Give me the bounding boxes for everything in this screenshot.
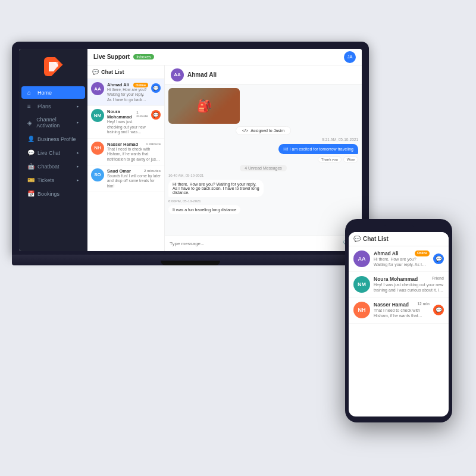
channel-icon: ◈ [27, 120, 33, 126]
contact-avatar: AA [171, 68, 184, 82]
chat-icon: 💬 [92, 69, 99, 75]
chat-item-3[interactable]: SO Saud Omar 2 minutes Sounds fun! I wil… [87, 165, 164, 192]
chat-list-title: Chat List [101, 69, 124, 75]
phone-chat-header: 💬 Chat List [349, 232, 449, 246]
phone-msg-icon-2: 💬 [433, 305, 444, 315]
logo-area [19, 55, 87, 79]
laptop-bezel: ⌂ Home ≡ Plans ▸ ◈ Channel Activation ▸ [12, 42, 369, 255]
sidebar-item-chatboat[interactable]: 🤖 Chatboat ▸ [21, 160, 85, 173]
chat-info-2: Nasser Hamad 1 minute That I need to che… [107, 142, 161, 162]
chat-item-1[interactable]: NM Noura Mohammad 1 minute Hey! I was ju… [87, 106, 164, 138]
chat-messages: </> Assigned to Jasim 9:21 AM, 05-10-202… [165, 84, 362, 236]
chat-header: AA Ahmad Ali [165, 65, 362, 84]
sidebar-item-plans[interactable]: ≡ Plans ▸ [21, 100, 85, 112]
phone-chat-preview-0: Hi there, How are you? Waiting for your … [374, 256, 430, 267]
logo-icon [44, 57, 63, 76]
sidebar: ⌂ Home ≡ Plans ▸ ◈ Channel Activation ▸ [19, 49, 87, 251]
phone-screen: 💬 Chat List AA Ahmad Ali Online Hi there… [349, 232, 449, 416]
unread-divider: 4 Unread Messages [240, 165, 287, 171]
tickets-icon: 🎫 [27, 177, 35, 183]
chatboat-arrow: ▸ [77, 164, 79, 169]
sidebar-item-bookings[interactable]: 📅 Bookings [21, 187, 85, 200]
sidebar-item-channel-label: Channel Activation [36, 117, 74, 129]
livechat-icon: 💬 [27, 149, 35, 156]
sidebar-item-tickets-label: Tickets [37, 177, 54, 183]
app-header: Live Support Inboxes JA [87, 49, 362, 65]
msg-bubble-white-1: Hi there, How are you? Waiting for your … [168, 180, 264, 197]
inbox-badge[interactable]: Inboxes [133, 54, 154, 60]
phone-chat-list: AA Ahmad Ali Online Hi there, How are yo… [349, 246, 449, 416]
chat-item-0[interactable]: AA Ahmad Ali Online Hi there, How are yo… [87, 79, 164, 106]
phone-chat-info-0: Ahmad Ali Online Hi there, How are you? … [374, 250, 430, 267]
phone-status-0: Online [415, 250, 430, 256]
main-chat: AA Ahmad Ali </> Assigned to Jasim [165, 65, 362, 251]
plans-icon: ≡ [27, 103, 35, 109]
msg-icon-1: 💬 [151, 110, 161, 120]
chat-preview-2: That I need to check with Hisham, if he … [107, 147, 161, 162]
chatboat-icon: 🤖 [27, 163, 35, 170]
chat-item-2[interactable]: NH Nasser Hamad 1 minute That I need to … [87, 139, 164, 165]
sidebar-item-livechat-label: Live Chat [37, 150, 60, 156]
phone-chat-icon: 💬 [353, 236, 361, 242]
phone-chat-preview-1: Hey! I was just checking out your new tr… [374, 282, 444, 293]
laptop: ⌂ Home ≡ Plans ▸ ◈ Channel Activation ▸ [12, 42, 369, 265]
tickets-arrow: ▸ [77, 178, 79, 183]
business-icon: 👤 [27, 136, 35, 142]
msg-image [168, 88, 240, 124]
sidebar-item-home[interactable]: ⌂ Home [21, 86, 85, 99]
plans-arrow: ▸ [77, 104, 79, 109]
msg-reactions: Thank you Wow [318, 156, 358, 162]
sidebar-item-channel[interactable]: ◈ Channel Activation ▸ [21, 114, 85, 131]
msg-bubble-blue: Hi! I am excited for tomorrow traveling [278, 144, 358, 154]
channel-arrow: ▸ [77, 120, 79, 125]
phone-msg-icon-0: 💬 [433, 253, 444, 264]
phone-chat-item-2[interactable]: NH Nasser Hamad 12 min That I need to ch… [349, 298, 449, 323]
timestamp-3: 6:00PM, 05-10-2021 [168, 199, 201, 203]
phone-chat-name-0: Ahmad Ali Online [374, 250, 430, 256]
phone-avatar-0: AA [353, 250, 370, 267]
reaction-thank-you[interactable]: Thank you [318, 156, 342, 162]
reaction-wow[interactable]: Wow [343, 156, 358, 162]
msg-icon-0: 💬 [151, 83, 161, 93]
chat-preview-3: Sounds fun! I will come by later and dro… [107, 174, 161, 189]
avatar-nasser: NH [91, 142, 104, 155]
header-avatar: JA [344, 51, 356, 63]
home-icon: ⌂ [27, 89, 35, 96]
chat-list-panel: 💬 Chat List AA Ahmad Ali Online [87, 65, 165, 251]
sidebar-item-business[interactable]: 👤 Business Profile [21, 133, 85, 145]
chat-name-2: Nasser Hamad 1 minute [107, 142, 161, 147]
live-support-title: Live Support [93, 54, 130, 60]
avatar-saud: SO [91, 168, 104, 181]
chat-name-3: Saud Omar 2 minutes [107, 168, 161, 174]
sidebar-item-business-label: Business Profile [37, 136, 76, 142]
sidebar-item-tickets[interactable]: 🎫 Tickets ▸ [21, 174, 85, 186]
phone: 💬 Chat List AA Ahmad Ali Online Hi there… [345, 219, 452, 422]
chat-input[interactable] [170, 241, 340, 246]
app-content: Live Support Inboxes JA 💬 Chat List [87, 49, 362, 251]
phone-chat-info-1: Noura Mohammad Friend Hey! I was just ch… [374, 276, 444, 293]
chat-list-header: 💬 Chat List [87, 65, 164, 79]
livechat-arrow: ▸ [77, 151, 79, 155]
laptop-base [12, 255, 369, 265]
phone-chat-name-2: Nasser Hamad 12 min [374, 302, 430, 308]
phone-chat-info-2: Nasser Hamad 12 min That I need to check… [374, 302, 430, 318]
phone-chat-item-1[interactable]: NM Noura Mohammad Friend Hey! I was just… [349, 272, 449, 298]
phone-chat-item-0[interactable]: AA Ahmad Ali Online Hi there, How are yo… [349, 246, 449, 272]
sidebar-item-livechat[interactable]: 💬 Live Chat ▸ [21, 146, 85, 159]
assigned-banner: </> Assigned to Jasim [236, 126, 291, 135]
bookings-icon: 📅 [27, 190, 35, 197]
sidebar-item-plans-label: Plans [37, 104, 51, 109]
phone-avatar-2: NH [353, 302, 370, 318]
timestamp-2: 10:40 AM, 05-10-2021 [168, 174, 203, 177]
chat-info-1: Noura Mohammad 1 minute Hey! I was just … [107, 109, 148, 134]
assigned-label: Assigned to Jasim [250, 129, 284, 133]
laptop-screen: ⌂ Home ≡ Plans ▸ ◈ Channel Activation ▸ [19, 49, 362, 251]
contact-name: Ahmad Ali [187, 71, 217, 78]
chat-preview-0: Hi there, How are you? Waiting for your … [107, 87, 148, 102]
chat-input-area: 📎 ✈ [165, 236, 362, 251]
scene: ⌂ Home ≡ Plans ▸ ◈ Channel Activation ▸ [12, 24, 464, 452]
phone-chat-preview-2: That I need to check with Hisham, if he … [374, 308, 430, 318]
code-icon: </> [242, 129, 248, 133]
chat-info-0: Ahmad Ali Online Hi there, How are you? … [107, 82, 148, 102]
chat-name-0: Ahmad Ali Online [107, 82, 148, 87]
